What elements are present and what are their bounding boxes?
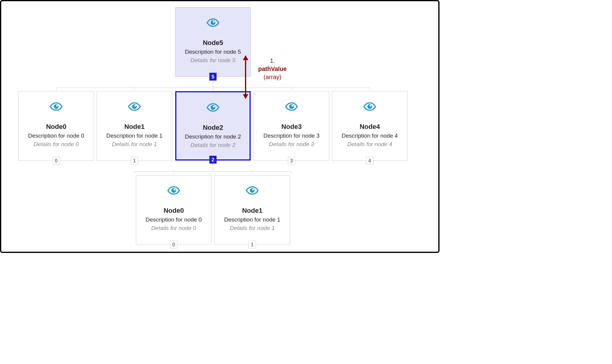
node-details: Details for node 3 [269,141,314,148]
eye-icon [285,102,298,112]
svg-point-15 [252,189,254,191]
node-description: Description for node 0 [28,133,84,139]
node-index-badge: 1 [249,241,256,248]
node-title: Node3 [281,123,301,131]
node-index-badge: 2 [209,156,217,164]
eye-icon [207,18,219,28]
tree-node[interactable]: Node0 Description for node 0 Details for… [18,91,94,161]
tree-node[interactable]: Node4 Description for node 4 Details for… [332,91,407,161]
tree-node-root[interactable]: Node5 Description for node 5 Details for… [175,7,251,77]
svg-point-5 [134,105,136,107]
node-title: Node1 [242,207,262,215]
svg-point-12 [171,188,176,193]
svg-point-0 [211,20,215,25]
annotation-label: 1. pathValue (array) [253,57,292,81]
node-description: Description for node 1 [106,133,163,139]
node-description: Description for node 0 [146,216,202,223]
node-title: Node2 [203,124,223,132]
svg-point-11 [370,105,372,107]
annotation-line: pathValue [253,65,292,73]
connector-tick [134,88,135,90]
node-title: Node0 [163,207,184,215]
connector-tick [370,88,370,90]
node-details: Details for node 0 [34,141,79,148]
connector-tick [252,171,253,174]
svg-point-2 [54,104,59,109]
node-index-badge: 0 [170,241,177,248]
connector-tick [292,88,292,90]
node-index-badge: 4 [366,157,373,164]
tree-node[interactable]: Node1 Description for node 1 Details for… [214,175,290,244]
node-index-badge: 0 [53,157,60,164]
node-description: Description for node 4 [342,133,398,139]
svg-point-4 [132,104,137,109]
node-description: Description for node 2 [185,133,241,140]
eye-icon [128,102,141,112]
svg-point-14 [250,188,255,193]
annotation-line: (array) [253,73,292,81]
node-description: Description for node 1 [224,216,280,223]
eye-icon [167,186,180,196]
node-title: Node1 [124,123,144,131]
arrow-head-down-icon [243,94,248,99]
connector-vertical [213,165,213,171]
eye-icon [363,102,376,112]
connector-vertical [213,81,213,88]
tree-node[interactable]: Node0 Description for node 0 Details for… [136,175,211,244]
node-index-badge: 3 [288,157,295,164]
svg-point-8 [289,104,294,109]
connector-tick [213,88,213,90]
annotation-line: 1. [253,57,292,65]
eye-icon [50,102,63,112]
node-details: Details for node 0 [151,225,196,231]
svg-point-6 [211,105,215,110]
connector-tick [174,171,174,174]
node-description: Description for node 3 [263,133,320,139]
svg-point-1 [213,21,215,23]
node-index-badge: 1 [131,157,138,164]
tree-node-selected[interactable]: Node2 Description for node 2 Details for… [175,91,251,161]
connector-tick [56,88,56,90]
node-details: Details for node 1 [112,141,157,148]
node-title: Node4 [359,123,380,131]
node-title: Node0 [46,123,66,131]
eye-icon [246,186,259,196]
node-details: Details for node 2 [191,142,236,148]
svg-point-3 [56,105,58,107]
node-description: Description for node 5 [185,49,241,55]
tree-diagram: Node5 Description for node 5 Details for… [1,1,438,252]
tree-node[interactable]: Node1 Description for node 1 Details for… [97,91,172,161]
tree-node[interactable]: Node3 Description for node 3 Details for… [254,91,329,161]
node-index-badge: 5 [209,73,217,81]
svg-point-9 [292,105,293,107]
node-details: Details for node 4 [347,141,392,148]
connector-tick [134,171,135,174]
svg-point-10 [367,104,372,109]
annotation-arrow [245,59,246,95]
connector-horizontal [134,171,292,172]
node-details: Details for node 5 [191,57,236,64]
eye-icon [207,103,219,113]
svg-point-7 [213,106,215,108]
diagram-frame: Node5 Description for node 5 Details for… [0,0,440,253]
node-title: Node5 [203,39,223,47]
svg-point-13 [174,189,176,191]
node-details: Details for node 1 [230,225,275,231]
connector-tick [292,171,292,174]
